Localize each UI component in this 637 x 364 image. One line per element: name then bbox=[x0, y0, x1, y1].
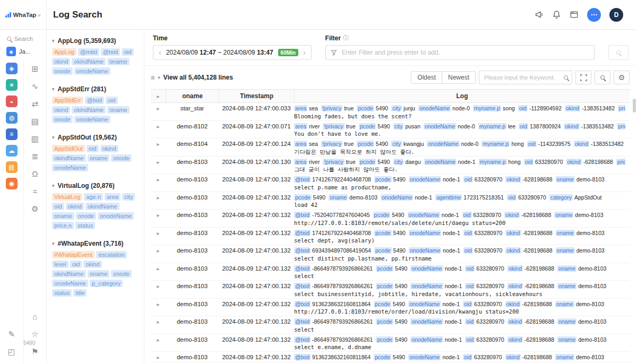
log-row[interactable]: ▸demo-81032024-08-09 12:47:00.132@txid17… bbox=[151, 174, 630, 192]
field-tag[interactable]: okind bbox=[83, 261, 101, 268]
log-row[interactable]: ▸demo-81042024-08-09 12:47:00.124areasea… bbox=[151, 138, 630, 157]
log-row[interactable]: ▸star_star2024-08-09 12:47:00.033areasea… bbox=[151, 103, 630, 121]
keyword-input[interactable] bbox=[483, 74, 561, 81]
field-tag[interactable]: @txid bbox=[101, 48, 120, 56]
log-row[interactable]: ▸demo-81032024-08-09 12:47:00.132@txid-8… bbox=[151, 334, 630, 352]
oldest-button[interactable]: Oldest bbox=[411, 71, 442, 84]
row-expand-icon[interactable]: ▸ bbox=[151, 140, 166, 155]
application-icon[interactable]: ◈ bbox=[6, 63, 18, 74]
support-chat-button[interactable]: ⋯ bbox=[587, 8, 601, 22]
info-icon[interactable]: ⓘ bbox=[343, 34, 349, 42]
document-icon[interactable]: ≣ bbox=[29, 150, 41, 163]
field-tag[interactable]: okindName bbox=[52, 154, 86, 162]
avatar[interactable]: D bbox=[609, 8, 623, 22]
column-oname[interactable]: oname bbox=[166, 90, 219, 102]
row-expand-icon[interactable]: ▸ bbox=[151, 158, 166, 173]
field-category-header[interactable]: ▾AppStdOut (19,562) bbox=[52, 134, 139, 141]
field-tag[interactable]: onode bbox=[52, 67, 73, 75]
report-icon[interactable]: ▤ bbox=[29, 115, 41, 128]
field-tag[interactable]: okind bbox=[100, 145, 118, 152]
log-row[interactable]: ▸demo-81032024-08-09 12:47:00.130areariv… bbox=[151, 157, 630, 175]
row-expand-icon[interactable]: ▸ bbox=[151, 300, 166, 315]
field-tag[interactable]: AppStdOut bbox=[52, 145, 85, 152]
log-row[interactable]: ▸demo-81032024-08-09 12:47:00.132@txid91… bbox=[151, 299, 630, 317]
log-row[interactable]: ▸demo-81022024-08-09 12:47:00.071areariv… bbox=[151, 121, 630, 139]
field-tag[interactable]: @txid bbox=[85, 97, 104, 104]
field-tag[interactable]: onodeName bbox=[52, 164, 88, 171]
log-row[interactable]: ▸demo-81032024-08-09 12:47:00.132@txid17… bbox=[151, 228, 630, 246]
log-row[interactable]: ▸demo-81032024-08-09 12:47:00.132pcode54… bbox=[151, 192, 630, 210]
field-tag[interactable]: onode bbox=[111, 154, 132, 162]
field-tag[interactable]: onodeName bbox=[74, 67, 110, 75]
database-icon[interactable]: ◒ bbox=[6, 96, 18, 107]
field-tag[interactable]: oid bbox=[106, 97, 118, 104]
field-tag[interactable]: onode bbox=[76, 212, 97, 220]
column-timestamp[interactable]: Timestamp bbox=[219, 90, 294, 102]
field-tag[interactable]: oid bbox=[70, 261, 82, 268]
row-expand-icon[interactable]: ▸ bbox=[151, 176, 166, 190]
log-row[interactable]: ▸demo-81032024-08-09 12:47:00.132@txid91… bbox=[151, 352, 630, 362]
field-tag[interactable]: okind bbox=[52, 58, 70, 65]
field-category-header[interactable]: ▾AppLog (5,359,693) bbox=[52, 37, 139, 45]
kubernetes-icon[interactable]: ∗ bbox=[6, 79, 18, 91]
field-tag[interactable]: AppLog bbox=[52, 48, 76, 56]
field-tag[interactable]: oid bbox=[122, 48, 134, 56]
field-tag[interactable]: oname bbox=[107, 106, 130, 114]
field-tag[interactable]: oname bbox=[88, 270, 110, 278]
time-range-picker[interactable]: ‹ 2024/08/09 12:47 ~ 2024/08/09 13:47 60… bbox=[153, 45, 312, 60]
field-category-header[interactable]: ▾VirtualLog (20,876) bbox=[52, 182, 139, 189]
scrollbar-thumb[interactable] bbox=[633, 99, 636, 112]
newest-button[interactable]: Newest bbox=[442, 71, 476, 84]
field-tag[interactable]: status bbox=[52, 289, 72, 297]
project-selector[interactable]: ◈ Ja... bbox=[0, 45, 46, 58]
chevron-left-icon[interactable]: ‹ bbox=[159, 49, 161, 56]
bell-icon[interactable] bbox=[552, 10, 561, 19]
view-all[interactable]: ≡ ▾ View all 5,404,128 lines bbox=[151, 74, 233, 82]
row-expand-icon[interactable]: ▸ bbox=[151, 282, 166, 297]
field-tag[interactable]: #WhatapEvent bbox=[52, 251, 94, 258]
pulse-icon[interactable]: ≈ bbox=[29, 185, 41, 198]
field-tag[interactable]: age.n bbox=[84, 193, 103, 201]
field-tag[interactable]: okindName bbox=[72, 106, 106, 114]
rail-search-button[interactable]: Search bbox=[0, 33, 46, 45]
inspect-button[interactable] bbox=[595, 71, 610, 84]
flow-icon[interactable]: ⇄ bbox=[29, 98, 41, 110]
log-row[interactable]: ▸demo-81032024-08-09 12:47:00.132@txid-8… bbox=[151, 281, 630, 299]
cloud-icon[interactable]: ☁ bbox=[6, 145, 18, 157]
field-tag[interactable]: oname bbox=[88, 154, 110, 162]
field-tag[interactable]: onode bbox=[52, 116, 73, 123]
dashboard-icon[interactable]: ⊞ bbox=[29, 63, 41, 75]
field-tag[interactable]: title bbox=[73, 289, 87, 297]
field-tag[interactable]: escalation bbox=[96, 251, 127, 258]
field-tag[interactable]: oname bbox=[107, 58, 130, 65]
field-tag[interactable]: AppStdErr bbox=[52, 97, 83, 104]
chevron-right-icon[interactable]: › bbox=[303, 49, 306, 56]
fullscreen-button[interactable] bbox=[575, 71, 591, 84]
field-tag[interactable]: p_category bbox=[90, 280, 123, 287]
whatap-logo[interactable]: WhaTap » bbox=[0, 0, 47, 29]
row-expand-icon[interactable]: ▸ bbox=[151, 229, 166, 244]
row-expand-icon[interactable]: ▸ bbox=[151, 105, 166, 119]
home-icon[interactable]: ⌂ bbox=[29, 310, 41, 323]
row-expand-icon[interactable]: ▸ bbox=[151, 247, 166, 262]
log-row[interactable]: ▸demo-81032024-08-09 12:47:00.132@txid-8… bbox=[151, 263, 630, 281]
field-tag[interactable]: onode bbox=[111, 270, 132, 278]
row-expand-icon[interactable]: ▸ bbox=[151, 336, 166, 351]
field-tag[interactable]: okind bbox=[66, 203, 84, 210]
field-tag[interactable]: area bbox=[105, 193, 120, 201]
log-row[interactable]: ▸demo-81032024-08-09 12:47:00.132@txid-7… bbox=[151, 210, 630, 228]
bell-icon[interactable]: Ω bbox=[29, 168, 41, 180]
field-tag[interactable]: okind bbox=[52, 106, 70, 114]
field-tag[interactable]: level bbox=[52, 261, 68, 268]
column-log[interactable]: Log bbox=[294, 90, 630, 102]
field-tag[interactable]: okindName bbox=[72, 58, 106, 65]
field-tag[interactable]: city bbox=[122, 193, 135, 201]
row-expand-icon[interactable]: ▸ bbox=[151, 265, 166, 280]
log-row[interactable]: ▸demo-81032024-08-09 12:47:00.132@txid69… bbox=[151, 245, 630, 263]
paint-icon[interactable]: ✎ bbox=[5, 328, 18, 341]
search-button[interactable] bbox=[608, 45, 629, 60]
calendar-icon[interactable] bbox=[570, 10, 579, 19]
field-tag[interactable]: VirtualLog bbox=[52, 193, 82, 201]
filter-input[interactable] bbox=[341, 48, 589, 57]
field-tag[interactable]: onodeName bbox=[52, 280, 88, 287]
